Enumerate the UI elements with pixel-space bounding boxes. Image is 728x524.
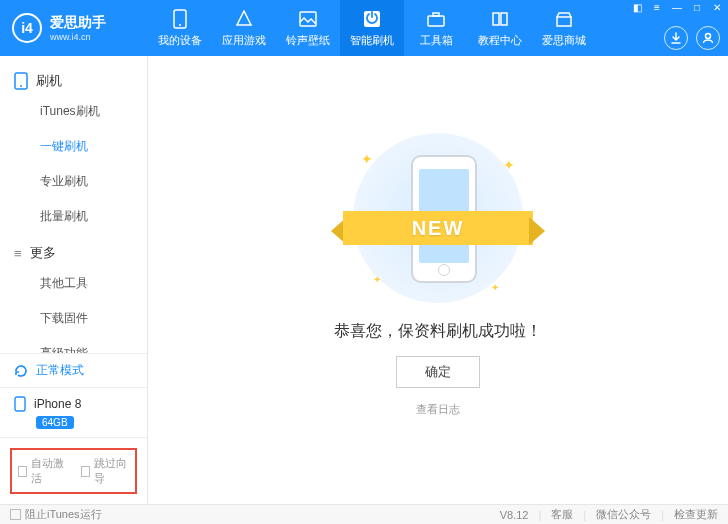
nav-label: 我的设备 [158,33,202,48]
status-text: 正常模式 [36,362,84,379]
skin-icon[interactable]: ◧ [630,2,644,13]
flash-icon [362,9,382,29]
app-url: www.i4.cn [50,32,106,42]
main-content: ✦ ✦ ✦ ✦ NEW 恭喜您，保资料刷机成功啦！ 确定 查看日志 [148,56,728,504]
maximize-icon[interactable]: □ [690,2,704,13]
skip-guide-checkbox[interactable]: 跳过向导 [81,456,130,486]
version-text: V8.12 [500,509,529,521]
auto-activate-checkbox[interactable]: 自动激活 [18,456,67,486]
store-icon [554,9,574,29]
app-name: 爱思助手 [50,14,106,32]
phone-small-icon [14,396,26,412]
nav-flash[interactable]: 智能刷机 [340,0,404,56]
options-highlight-box: 自动激活 跳过向导 [10,448,137,494]
window-controls: ◧ ≡ — □ ✕ [630,2,724,13]
storage-badge: 64GB [36,416,74,429]
group-title: 刷机 [36,72,62,90]
nav-label: 教程中心 [478,33,522,48]
user-icon[interactable] [696,26,720,50]
nav-label: 铃声壁纸 [286,33,330,48]
book-icon [490,9,510,29]
main-nav: 我的设备 应用游戏 铃声壁纸 智能刷机 工具箱 教程中心 爱思商城 [148,0,596,56]
sidebar: 刷机 iTunes刷机 一键刷机 专业刷机 批量刷机 ≡ 更多 其他工具 下载固… [0,56,148,504]
group-title: 更多 [30,244,56,262]
sidebar-item-batch-flash[interactable]: 批量刷机 [0,199,147,234]
apps-icon [234,9,254,29]
view-log-link[interactable]: 查看日志 [416,402,460,417]
device-name: iPhone 8 [34,397,81,411]
refresh-icon [14,364,28,378]
svg-rect-4 [428,16,444,26]
checkbox-label: 跳过向导 [94,456,129,486]
sidebar-group-more: ≡ 更多 [0,234,147,266]
nav-tutorials[interactable]: 教程中心 [468,0,532,56]
svg-point-9 [20,85,22,87]
sidebar-group-flash: 刷机 [0,62,147,94]
nav-toolbox[interactable]: 工具箱 [404,0,468,56]
block-itunes-checkbox[interactable]: 阻止iTunes运行 [10,507,102,522]
success-illustration: ✦ ✦ ✦ ✦ NEW [333,133,543,303]
status-bar: 阻止iTunes运行 V8.12| 客服| 微信公众号| 检查更新 [0,504,728,524]
nav-apps[interactable]: 应用游戏 [212,0,276,56]
more-icon: ≡ [14,246,22,261]
checkbox-label: 阻止iTunes运行 [25,507,102,522]
nav-label: 工具箱 [420,33,453,48]
nav-my-device[interactable]: 我的设备 [148,0,212,56]
check-update-link[interactable]: 检查更新 [674,507,718,522]
logo-area: i4 爱思助手 www.i4.cn [0,13,148,43]
nav-label: 爱思商城 [542,33,586,48]
sidebar-item-itunes-flash[interactable]: iTunes刷机 [0,94,147,129]
svg-point-1 [179,24,181,26]
logo-icon: i4 [12,13,42,43]
success-message: 恭喜您，保资料刷机成功啦！ [334,321,542,342]
sidebar-item-other-tools[interactable]: 其他工具 [0,266,147,301]
app-header: i4 爱思助手 www.i4.cn 我的设备 应用游戏 铃声壁纸 智能刷机 工具… [0,0,728,56]
nav-ringtones[interactable]: 铃声壁纸 [276,0,340,56]
nav-label: 应用游戏 [222,33,266,48]
toolbox-icon [426,9,446,29]
wallpaper-icon [298,9,318,29]
device-info[interactable]: iPhone 8 64GB [0,387,147,437]
svg-rect-5 [433,13,439,16]
device-mode-status[interactable]: 正常模式 [0,353,147,387]
support-link[interactable]: 客服 [551,507,573,522]
svg-point-7 [706,34,711,39]
sidebar-item-advanced[interactable]: 高级功能 [0,336,147,353]
sidebar-item-download-firmware[interactable]: 下载固件 [0,301,147,336]
device-icon [14,72,28,90]
nav-label: 智能刷机 [350,33,394,48]
minimize-icon[interactable]: — [670,2,684,13]
nav-store[interactable]: 爱思商城 [532,0,596,56]
menu-icon[interactable]: ≡ [650,2,664,13]
sidebar-item-pro-flash[interactable]: 专业刷机 [0,164,147,199]
wechat-link[interactable]: 微信公众号 [596,507,651,522]
checkbox-label: 自动激活 [31,456,66,486]
svg-rect-10 [15,397,25,411]
ok-button[interactable]: 确定 [396,356,480,388]
close-icon[interactable]: ✕ [710,2,724,13]
sidebar-item-oneclick-flash[interactable]: 一键刷机 [0,129,147,164]
phone-icon [170,9,190,29]
new-ribbon: NEW [333,203,543,251]
download-icon[interactable] [664,26,688,50]
svg-rect-6 [557,17,571,26]
